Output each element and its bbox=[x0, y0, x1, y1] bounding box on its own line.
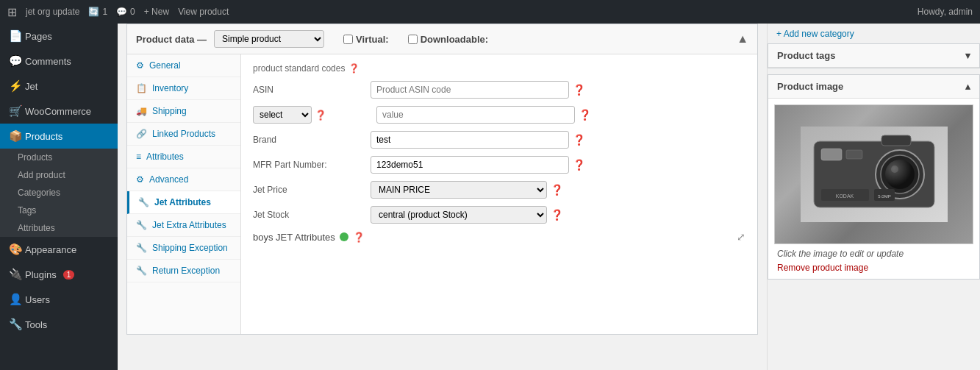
jet-attributes-content: product standard codes ❓ ASIN ❓ bbox=[241, 54, 757, 334]
sidebar-item-appearance[interactable]: 🎨 Appearance bbox=[0, 237, 118, 262]
brand-input[interactable] bbox=[371, 131, 569, 149]
value-help-icon[interactable]: ❓ bbox=[579, 109, 591, 121]
tab-return-exception-label: Return Exception bbox=[152, 266, 220, 276]
jet-price-select[interactable]: MAIN PRICE SALE PRICE REGULAR PRICE bbox=[371, 181, 547, 199]
svg-point-8 bbox=[891, 166, 898, 173]
sidebar-label-plugins: Plugins bbox=[25, 269, 57, 280]
jet-icon: ⚡ bbox=[9, 79, 21, 93]
sidebar-item-plugins[interactable]: 🔌 Plugins 1 bbox=[0, 262, 118, 287]
sidebar-label-pages: Pages bbox=[25, 31, 52, 42]
product-image-header[interactable]: Product image bbox=[768, 75, 979, 99]
products-submenu: Products Add product Categories Tags Att… bbox=[0, 149, 118, 237]
inventory-tab-icon: 📋 bbox=[136, 83, 147, 93]
tab-shipping[interactable]: 🚚 Shipping bbox=[127, 100, 240, 123]
wp-logo-icon: ⊞ bbox=[7, 5, 17, 19]
sidebar-label-products: Products bbox=[25, 131, 62, 142]
help-icon-section[interactable]: ❓ bbox=[348, 63, 360, 74]
product-data-header: Product data — Simple product Virtual: D… bbox=[127, 24, 757, 54]
sidebar-item-products[interactable]: 📦 Products bbox=[0, 124, 118, 149]
product-tags-header[interactable]: Product tags bbox=[768, 44, 979, 68]
collapse-button[interactable]: ▲ bbox=[737, 32, 748, 46]
tab-advanced[interactable]: ⚙ Advanced bbox=[127, 168, 240, 191]
mfr-help-icon[interactable]: ❓ bbox=[573, 159, 585, 171]
submenu-add-product[interactable]: Add product bbox=[0, 166, 118, 184]
section-heading-text: product standard codes bbox=[253, 63, 345, 74]
select-help-icon[interactable]: ❓ bbox=[315, 110, 326, 121]
product-image-title: Product image bbox=[777, 81, 843, 92]
sidebar-item-comments[interactable]: 💬 Comments bbox=[0, 49, 118, 74]
mfr-input[interactable] bbox=[371, 156, 569, 174]
jet-price-label: Jet Price bbox=[253, 185, 371, 195]
select-dropdown[interactable]: select bbox=[253, 106, 312, 124]
svg-rect-3 bbox=[821, 149, 842, 160]
jet-stock-select[interactable]: central (product Stock) warehouse 1 ware… bbox=[371, 206, 547, 224]
jet-stock-row: Jet Stock central (product Stock) wareho… bbox=[253, 206, 745, 224]
jet-stock-help-icon[interactable]: ❓ bbox=[551, 209, 563, 221]
section-heading: product standard codes ❓ bbox=[253, 63, 745, 74]
svg-text:KODAK: KODAK bbox=[835, 193, 854, 199]
brand-label: Brand bbox=[253, 135, 371, 145]
tab-jet-extra-attributes[interactable]: 🔧 Jet Extra Attributes bbox=[127, 214, 240, 237]
product-data-label: Product data — bbox=[136, 34, 207, 45]
downloadable-checkbox[interactable] bbox=[408, 35, 418, 44]
general-tab-icon: ⚙ bbox=[136, 60, 144, 71]
updates-item[interactable]: 🔄 1 bbox=[88, 7, 107, 17]
jet-price-row: Jet Price MAIN PRICE SALE PRICE REGULAR … bbox=[253, 181, 745, 199]
site-name[interactable]: jet org update bbox=[26, 7, 79, 17]
tab-shipping-exception[interactable]: 🔧 Shipping Exception bbox=[127, 237, 240, 260]
tab-attributes[interactable]: ≡ Attributes bbox=[127, 146, 240, 168]
virtual-checkbox[interactable] bbox=[343, 35, 353, 44]
add-product-label: Add product bbox=[18, 170, 65, 180]
tab-jet-attributes-label: Jet Attributes bbox=[154, 197, 211, 207]
product-type-select[interactable]: Simple product bbox=[214, 30, 324, 48]
asin-input[interactable] bbox=[371, 81, 569, 99]
virtual-group: Virtual: bbox=[343, 34, 389, 45]
tab-inventory-label: Inventory bbox=[152, 83, 188, 93]
downloadable-label: Downloadable: bbox=[421, 34, 488, 45]
downloadable-group: Downloadable: bbox=[408, 34, 488, 45]
tab-general[interactable]: ⚙ General bbox=[127, 54, 240, 77]
sidebar-item-jet[interactable]: ⚡ Jet bbox=[0, 74, 118, 99]
sidebar-label-appearance: Appearance bbox=[25, 244, 76, 255]
product-image-thumbnail[interactable]: KODAK 5.0MP bbox=[774, 104, 973, 244]
all-products-label: Products bbox=[18, 152, 52, 163]
comments-item[interactable]: 💬 0 bbox=[116, 7, 135, 17]
tab-inventory[interactable]: 📋 Inventory bbox=[127, 77, 240, 100]
sidebar-item-woocommerce[interactable]: 🛒 WooCommerce bbox=[0, 99, 118, 124]
product-tags-widget: Product tags bbox=[768, 43, 980, 68]
remove-product-image-link[interactable]: Remove product image bbox=[774, 263, 871, 273]
svg-text:5.0MP: 5.0MP bbox=[878, 194, 890, 199]
svg-point-7 bbox=[885, 160, 915, 189]
sidebar-item-pages[interactable]: 📄 Pages bbox=[0, 24, 118, 49]
submenu-attributes[interactable]: Attributes bbox=[0, 219, 118, 237]
tab-linked-products[interactable]: 🔗 Linked Products bbox=[127, 123, 240, 146]
asin-help-icon[interactable]: ❓ bbox=[573, 84, 585, 96]
new-item[interactable]: + New bbox=[144, 7, 169, 17]
boys-help-icon[interactable]: ❓ bbox=[353, 232, 365, 243]
value-input[interactable] bbox=[376, 106, 575, 124]
tab-return-exception[interactable]: 🔧 Return Exception bbox=[127, 260, 240, 282]
add-category-link[interactable]: + Add new category bbox=[768, 24, 980, 43]
tab-jet-extra-label: Jet Extra Attributes bbox=[152, 220, 226, 230]
view-product-link[interactable]: View product bbox=[178, 7, 229, 17]
sidebar-item-users[interactable]: 👤 Users bbox=[0, 287, 118, 312]
submenu-tags[interactable]: Tags bbox=[0, 202, 118, 219]
brand-help-icon[interactable]: ❓ bbox=[573, 134, 585, 146]
tab-jet-attributes[interactable]: 🔧 Jet Attributes bbox=[127, 191, 240, 214]
sidebar-label-woocommerce: WooCommerce bbox=[25, 106, 91, 117]
jet-price-help-icon[interactable]: ❓ bbox=[551, 184, 563, 196]
sidebar-label-tools: Tools bbox=[25, 319, 47, 330]
mfr-row: MFR Part Number: ❓ bbox=[253, 156, 745, 174]
topbar: ⊞ jet org update 🔄 1 💬 0 + New View prod… bbox=[0, 0, 980, 24]
sidebar-item-tools[interactable]: 🔧 Tools bbox=[0, 312, 118, 337]
product-tags-title: Product tags bbox=[777, 50, 835, 61]
expand-icon[interactable]: ⤢ bbox=[737, 231, 745, 243]
users-icon: 👤 bbox=[9, 293, 21, 306]
product-data-panel: Product data — Simple product Virtual: D… bbox=[126, 24, 758, 335]
jet-attributes-tab-icon: 🔧 bbox=[138, 197, 149, 207]
product-image-widget: Product image bbox=[768, 74, 980, 280]
product-tabs: ⚙ General 📋 Inventory 🚚 Shipping 🔗 bbox=[127, 54, 241, 334]
submenu-all-products[interactable]: Products bbox=[0, 149, 118, 166]
submenu-categories[interactable]: Categories bbox=[0, 184, 118, 202]
virtual-label: Virtual: bbox=[356, 34, 389, 45]
